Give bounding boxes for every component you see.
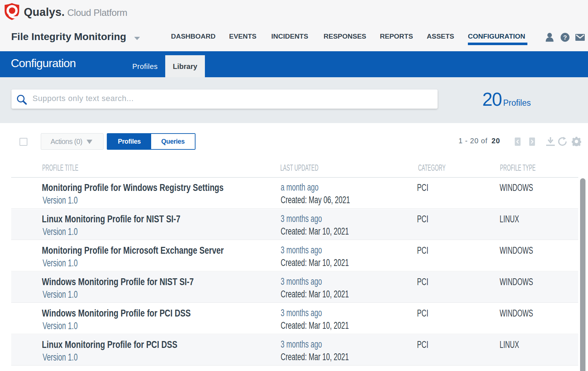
svg-text:?: ? [563, 34, 567, 41]
